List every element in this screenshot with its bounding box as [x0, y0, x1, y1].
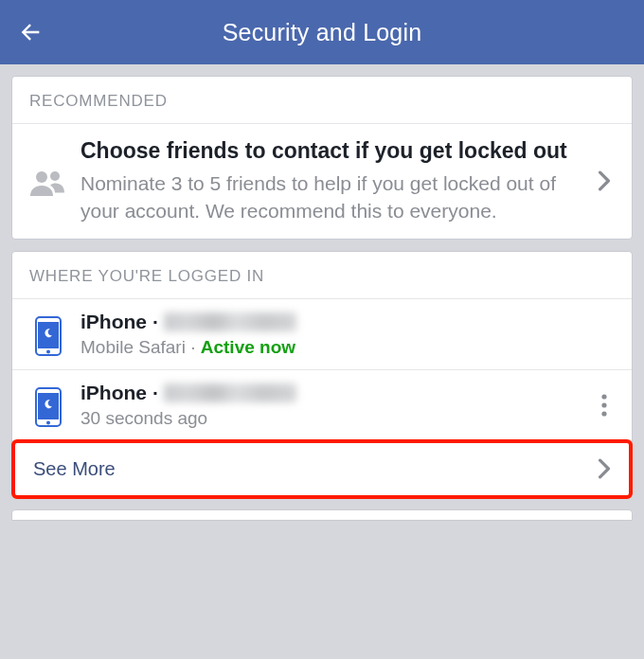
session-location-redacted [164, 383, 296, 402]
svg-point-8 [601, 394, 606, 399]
see-more-row[interactable]: See More [12, 441, 632, 497]
separator-dot: · [152, 311, 158, 333]
trusted-contacts-row[interactable]: Choose friends to contact if you get loc… [12, 124, 632, 239]
phone-icon [26, 312, 71, 356]
session-location-redacted [164, 312, 296, 331]
friends-icon [26, 166, 71, 196]
arrow-left-icon [17, 19, 44, 45]
chevron-right-icon [586, 170, 622, 191]
recommended-section: RECOMMENDED Choose friends to contact if… [11, 76, 633, 240]
see-more-label: See More [33, 458, 586, 480]
svg-point-4 [46, 349, 50, 353]
sessions-header: WHERE YOU'RE LOGGED IN [12, 252, 632, 299]
back-button[interactable] [11, 13, 49, 51]
session-more-button[interactable] [586, 394, 622, 417]
sessions-section: WHERE YOU'RE LOGGED IN iPhone · Mobile S… [11, 251, 633, 498]
trusted-contacts-title: Choose friends to contact if you get loc… [80, 137, 579, 166]
svg-point-0 [36, 171, 47, 183]
recommended-header: RECOMMENDED [12, 77, 632, 124]
session-device: iPhone [80, 311, 147, 333]
session-row[interactable]: iPhone · Mobile Safari · Active now [12, 299, 632, 370]
separator-dot: · [190, 337, 195, 357]
svg-point-10 [601, 411, 606, 416]
chevron-right-icon [586, 458, 622, 479]
phone-icon [26, 383, 71, 427]
page-title: Security and Login [0, 19, 644, 46]
svg-point-1 [50, 171, 60, 181]
next-section-peek [11, 509, 633, 521]
more-vertical-icon [601, 394, 607, 417]
svg-point-9 [601, 402, 606, 407]
svg-point-7 [46, 420, 50, 424]
session-device: iPhone [80, 382, 147, 404]
session-status: Active now [201, 337, 295, 357]
header-bar: Security and Login [0, 0, 644, 64]
trusted-contacts-subtitle: Nominate 3 to 5 friends to help if you g… [80, 169, 579, 225]
session-browser: Mobile Safari [80, 337, 186, 357]
session-row[interactable]: iPhone · 30 seconds ago [12, 370, 632, 441]
separator-dot: · [152, 382, 158, 404]
session-time: 30 seconds ago [80, 408, 207, 428]
